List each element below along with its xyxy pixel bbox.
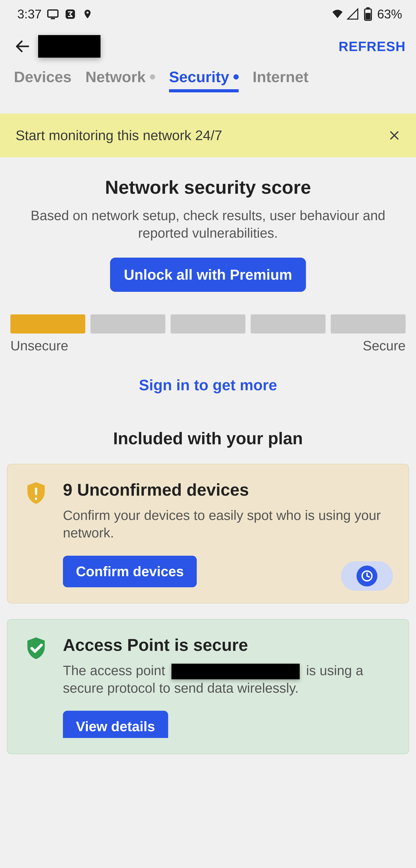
meter-segment [10,314,85,334]
unlock-premium-button[interactable]: Unlock all with Premium [110,258,306,292]
app-header: REFRESH [0,28,416,65]
meter-low-label: Unsecure [10,338,68,353]
meter-segment [331,314,406,334]
svg-rect-5 [366,13,371,20]
cast-icon [47,8,59,20]
tab-label: Internet [252,68,309,86]
desc-pre: The access point [63,663,169,678]
tab-label: Network [85,68,146,86]
included-title: Included with your plan [0,429,416,448]
clock-icon [356,566,377,586]
dot-icon [150,74,155,80]
score-section: Network security score Based on network … [0,157,416,394]
sigma-icon [64,8,76,20]
svg-rect-4 [366,7,370,9]
battery-percent: 63% [377,7,402,21]
status-time: 3:37 [18,7,42,21]
close-icon[interactable] [388,129,401,142]
tab-label: Devices [14,68,72,86]
score-meter [10,314,406,334]
banner-text: Start monitoring this network 24/7 [15,127,222,144]
confirm-devices-button[interactable]: Confirm devices [63,556,197,587]
card-unconfirmed-devices: 9 Unconfirmed devices Confirm your devic… [7,464,409,603]
meter-high-label: Secure [363,338,406,353]
redacted-title [38,35,101,58]
cell-signal-icon [347,8,359,20]
svg-rect-0 [48,10,58,17]
card-access-point-secure: Access Point is secure The access point … [7,619,409,754]
tab-bar: Devices Network Security Internet [0,65,416,89]
shield-alert-icon [23,480,49,506]
clock-badge[interactable] [341,561,393,591]
tab-internet[interactable]: Internet [252,68,309,89]
signin-link[interactable]: Sign in to get more [10,376,406,394]
svg-rect-10 [35,497,37,500]
tab-devices[interactable]: Devices [14,68,72,89]
card-title: 9 Unconfirmed devices [63,480,393,500]
back-button[interactable] [14,38,31,55]
monitoring-banner[interactable]: Start monitoring this network 24/7 [0,114,416,157]
meter-segment [251,314,325,334]
tab-network[interactable]: Network [85,68,155,89]
wifi-icon [332,8,344,20]
status-bar: 3:37 [0,0,416,28]
shield-check-icon [23,635,49,661]
refresh-button[interactable]: REFRESH [339,38,406,54]
card-title: Access Point is secure [63,635,393,655]
tab-label: Security [169,68,229,86]
location-icon [81,8,94,20]
battery-icon [362,8,374,20]
score-title: Network security score [10,176,406,198]
meter-segment [91,314,165,334]
redacted-ap-name [171,664,300,679]
dot-icon [234,74,239,80]
card-desc: Confirm your devices to easily spot who … [63,506,393,542]
meter-segment [171,314,245,334]
card-desc: The access point is using a secure proto… [63,662,393,697]
tab-security[interactable]: Security [169,68,239,92]
svg-rect-9 [35,488,37,495]
score-desc: Based on network setup, check results, u… [10,207,406,242]
view-details-button[interactable]: View details [63,711,168,738]
